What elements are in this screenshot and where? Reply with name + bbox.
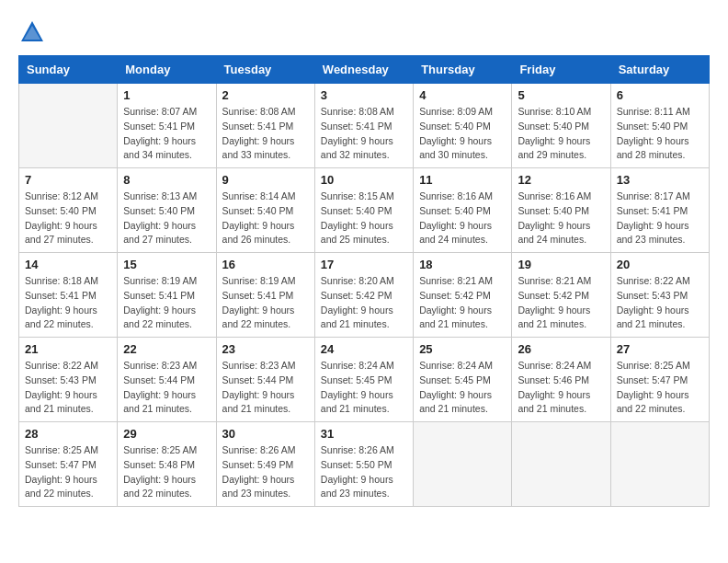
day-info: Sunrise: 8:23 AMSunset: 5:44 PMDaylight:… xyxy=(222,359,309,417)
day-number: 6 xyxy=(617,88,703,102)
calendar-cell: 5Sunrise: 8:10 AMSunset: 5:40 PMDaylight… xyxy=(512,84,610,168)
calendar-week-row: 7Sunrise: 8:12 AMSunset: 5:40 PMDaylight… xyxy=(19,168,710,253)
day-number: 9 xyxy=(222,173,309,187)
calendar-cell: 9Sunrise: 8:14 AMSunset: 5:40 PMDaylight… xyxy=(216,168,314,253)
weekday-header-row: SundayMondayTuesdayWednesdayThursdayFrid… xyxy=(19,56,710,84)
calendar-cell: 28Sunrise: 8:25 AMSunset: 5:47 PMDayligh… xyxy=(19,422,118,507)
calendar-week-row: 21Sunrise: 8:22 AMSunset: 5:43 PMDayligh… xyxy=(19,338,710,422)
day-info: Sunrise: 8:15 AMSunset: 5:40 PMDaylight:… xyxy=(321,190,407,247)
calendar-cell: 29Sunrise: 8:25 AMSunset: 5:48 PMDayligh… xyxy=(118,422,216,507)
weekday-header: Thursday xyxy=(414,56,512,84)
calendar-cell: 18Sunrise: 8:21 AMSunset: 5:42 PMDayligh… xyxy=(414,253,512,338)
day-number: 1 xyxy=(123,88,210,102)
day-info: Sunrise: 8:25 AMSunset: 5:47 PMDaylight:… xyxy=(617,359,703,417)
calendar-cell: 21Sunrise: 8:22 AMSunset: 5:43 PMDayligh… xyxy=(19,338,118,422)
day-info: Sunrise: 8:09 AMSunset: 5:40 PMDaylight:… xyxy=(419,105,506,163)
calendar-week-row: 28Sunrise: 8:25 AMSunset: 5:47 PMDayligh… xyxy=(19,422,710,507)
day-info: Sunrise: 8:22 AMSunset: 5:43 PMDaylight:… xyxy=(25,359,111,417)
calendar-cell: 19Sunrise: 8:21 AMSunset: 5:42 PMDayligh… xyxy=(512,253,610,338)
day-info: Sunrise: 8:14 AMSunset: 5:40 PMDaylight:… xyxy=(222,190,309,247)
day-number: 7 xyxy=(25,173,111,187)
weekday-header: Monday xyxy=(118,56,216,84)
day-number: 23 xyxy=(222,342,309,356)
day-info: Sunrise: 8:20 AMSunset: 5:42 PMDaylight:… xyxy=(321,274,407,332)
day-info: Sunrise: 8:08 AMSunset: 5:41 PMDaylight:… xyxy=(222,105,309,163)
calendar-cell: 7Sunrise: 8:12 AMSunset: 5:40 PMDaylight… xyxy=(19,168,118,253)
logo-icon xyxy=(18,18,46,46)
day-info: Sunrise: 8:24 AMSunset: 5:45 PMDaylight:… xyxy=(419,359,506,417)
day-number: 8 xyxy=(123,173,210,187)
calendar-cell: 12Sunrise: 8:16 AMSunset: 5:40 PMDayligh… xyxy=(512,168,610,253)
day-number: 4 xyxy=(419,88,506,102)
day-number: 22 xyxy=(123,342,210,356)
calendar-cell: 25Sunrise: 8:24 AMSunset: 5:45 PMDayligh… xyxy=(414,338,512,422)
day-number: 21 xyxy=(25,342,111,356)
day-number: 15 xyxy=(123,258,210,271)
calendar-cell xyxy=(512,422,610,507)
calendar-cell: 14Sunrise: 8:18 AMSunset: 5:41 PMDayligh… xyxy=(19,253,118,338)
calendar-cell: 15Sunrise: 8:19 AMSunset: 5:41 PMDayligh… xyxy=(118,253,216,338)
calendar-cell: 23Sunrise: 8:23 AMSunset: 5:44 PMDayligh… xyxy=(216,338,314,422)
day-info: Sunrise: 8:19 AMSunset: 5:41 PMDaylight:… xyxy=(222,274,309,332)
weekday-header: Sunday xyxy=(19,56,118,84)
day-info: Sunrise: 8:10 AMSunset: 5:40 PMDaylight:… xyxy=(518,105,604,163)
calendar-cell xyxy=(414,422,512,507)
calendar-cell: 8Sunrise: 8:13 AMSunset: 5:40 PMDaylight… xyxy=(118,168,216,253)
day-number: 13 xyxy=(617,173,703,187)
calendar-week-row: 1Sunrise: 8:07 AMSunset: 5:41 PMDaylight… xyxy=(19,84,710,168)
calendar-cell: 11Sunrise: 8:16 AMSunset: 5:40 PMDayligh… xyxy=(414,168,512,253)
calendar-cell xyxy=(610,422,709,507)
day-info: Sunrise: 8:25 AMSunset: 5:47 PMDaylight:… xyxy=(25,443,111,501)
calendar-cell: 2Sunrise: 8:08 AMSunset: 5:41 PMDaylight… xyxy=(216,84,314,168)
day-info: Sunrise: 8:22 AMSunset: 5:43 PMDaylight:… xyxy=(617,274,703,332)
day-number: 12 xyxy=(518,173,604,187)
calendar-cell: 4Sunrise: 8:09 AMSunset: 5:40 PMDaylight… xyxy=(414,84,512,168)
calendar-cell: 27Sunrise: 8:25 AMSunset: 5:47 PMDayligh… xyxy=(610,338,709,422)
calendar-week-row: 14Sunrise: 8:18 AMSunset: 5:41 PMDayligh… xyxy=(19,253,710,338)
day-info: Sunrise: 8:07 AMSunset: 5:41 PMDaylight:… xyxy=(123,105,210,163)
day-number: 3 xyxy=(321,88,407,102)
weekday-header: Wednesday xyxy=(314,56,413,84)
day-number: 24 xyxy=(321,342,407,356)
day-info: Sunrise: 8:08 AMSunset: 5:41 PMDaylight:… xyxy=(321,105,407,163)
day-info: Sunrise: 8:21 AMSunset: 5:42 PMDaylight:… xyxy=(518,274,604,332)
day-number: 5 xyxy=(518,88,604,102)
calendar-cell: 20Sunrise: 8:22 AMSunset: 5:43 PMDayligh… xyxy=(610,253,709,338)
day-info: Sunrise: 8:25 AMSunset: 5:48 PMDaylight:… xyxy=(123,443,210,501)
day-info: Sunrise: 8:21 AMSunset: 5:42 PMDaylight:… xyxy=(419,274,506,332)
day-number: 25 xyxy=(419,342,506,356)
day-number: 14 xyxy=(25,258,111,271)
day-number: 2 xyxy=(222,88,309,102)
weekday-header: Tuesday xyxy=(216,56,314,84)
day-number: 26 xyxy=(518,342,604,356)
day-number: 16 xyxy=(222,258,309,271)
day-number: 29 xyxy=(123,427,210,441)
day-info: Sunrise: 8:12 AMSunset: 5:40 PMDaylight:… xyxy=(25,190,111,247)
calendar-cell: 31Sunrise: 8:26 AMSunset: 5:50 PMDayligh… xyxy=(314,422,413,507)
day-number: 11 xyxy=(419,173,506,187)
day-info: Sunrise: 8:24 AMSunset: 5:46 PMDaylight:… xyxy=(518,359,604,417)
calendar-cell: 26Sunrise: 8:24 AMSunset: 5:46 PMDayligh… xyxy=(512,338,610,422)
day-info: Sunrise: 8:26 AMSunset: 5:50 PMDaylight:… xyxy=(321,443,407,501)
day-info: Sunrise: 8:18 AMSunset: 5:41 PMDaylight:… xyxy=(25,274,111,332)
day-info: Sunrise: 8:16 AMSunset: 5:40 PMDaylight:… xyxy=(419,190,506,247)
weekday-header: Friday xyxy=(512,56,610,84)
calendar-cell: 22Sunrise: 8:23 AMSunset: 5:44 PMDayligh… xyxy=(118,338,216,422)
day-info: Sunrise: 8:17 AMSunset: 5:41 PMDaylight:… xyxy=(617,190,703,247)
day-info: Sunrise: 8:11 AMSunset: 5:40 PMDaylight:… xyxy=(617,105,703,163)
day-number: 28 xyxy=(25,427,111,441)
day-number: 31 xyxy=(321,427,407,441)
weekday-header: Saturday xyxy=(610,56,709,84)
calendar-cell: 10Sunrise: 8:15 AMSunset: 5:40 PMDayligh… xyxy=(314,168,413,253)
day-number: 27 xyxy=(617,342,703,356)
page-header xyxy=(18,18,710,46)
calendar-cell: 13Sunrise: 8:17 AMSunset: 5:41 PMDayligh… xyxy=(610,168,709,253)
day-number: 19 xyxy=(518,258,604,271)
day-info: Sunrise: 8:24 AMSunset: 5:45 PMDaylight:… xyxy=(321,359,407,417)
day-number: 18 xyxy=(419,258,506,271)
day-info: Sunrise: 8:26 AMSunset: 5:49 PMDaylight:… xyxy=(222,443,309,501)
day-info: Sunrise: 8:16 AMSunset: 5:40 PMDaylight:… xyxy=(518,190,604,247)
calendar-cell: 1Sunrise: 8:07 AMSunset: 5:41 PMDaylight… xyxy=(118,84,216,168)
calendar-cell: 30Sunrise: 8:26 AMSunset: 5:49 PMDayligh… xyxy=(216,422,314,507)
calendar-table: SundayMondayTuesdayWednesdayThursdayFrid… xyxy=(18,55,710,507)
